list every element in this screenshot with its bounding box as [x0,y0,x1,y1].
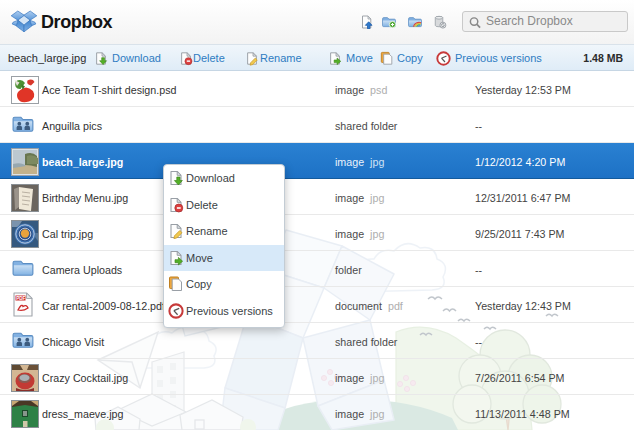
svg-text:PDF: PDF [16,296,25,301]
